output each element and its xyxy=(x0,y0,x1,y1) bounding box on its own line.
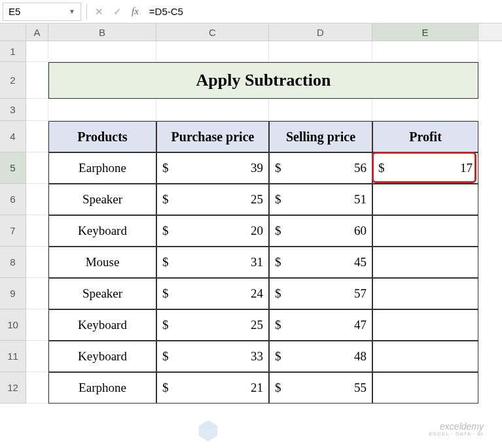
formula-input[interactable] xyxy=(144,3,502,21)
watermark-tag: EXCEL · DATA · BI xyxy=(429,432,484,438)
row-header-9[interactable]: 9 xyxy=(0,278,26,309)
table-row: Mouse$31$45 xyxy=(26,247,478,278)
cell[interactable] xyxy=(372,41,478,62)
profit-cell[interactable]: $17 xyxy=(372,152,478,184)
product-cell[interactable]: Earphone xyxy=(48,372,156,404)
selling-cell[interactable]: $56 xyxy=(269,152,372,184)
chevron-down-icon[interactable]: ▼ xyxy=(69,8,75,15)
amount: 51 xyxy=(354,192,367,207)
selling-cell[interactable]: $51 xyxy=(269,184,372,215)
amount: 33 xyxy=(251,349,263,364)
confirm-icon[interactable]: ✓ xyxy=(108,3,126,21)
profit-cell[interactable] xyxy=(372,215,478,247)
row-header-10[interactable]: 10 xyxy=(0,309,26,341)
selling-cell[interactable]: $45 xyxy=(269,247,372,278)
page-title[interactable]: Apply Subtraction xyxy=(48,62,478,99)
amount: 55 xyxy=(354,381,367,395)
cell[interactable] xyxy=(48,41,156,62)
col-header-A[interactable]: A xyxy=(26,24,48,41)
col-header-C[interactable]: C xyxy=(156,24,269,41)
selling-cell[interactable]: $57 xyxy=(269,278,372,309)
divider xyxy=(86,4,87,20)
row-header-4[interactable]: 4 xyxy=(0,121,26,152)
cell[interactable] xyxy=(26,62,48,99)
profit-cell[interactable] xyxy=(372,341,478,372)
row-header-11[interactable]: 11 xyxy=(0,341,26,372)
cell[interactable] xyxy=(26,215,48,247)
cell[interactable] xyxy=(156,99,269,121)
profit-cell[interactable] xyxy=(372,278,478,309)
table-header-selling[interactable]: Selling price xyxy=(269,121,372,152)
purchase-cell[interactable]: $21 xyxy=(156,372,269,404)
currency-symbol: $ xyxy=(275,381,281,395)
row-header-12[interactable]: 12 xyxy=(0,372,26,404)
selling-cell[interactable]: $47 xyxy=(269,309,372,341)
name-box[interactable]: E5 ▼ xyxy=(3,3,81,21)
amount: 57 xyxy=(354,286,367,301)
product-cell[interactable]: Speaker xyxy=(48,278,156,309)
product-cell[interactable]: Keyboard xyxy=(48,215,156,247)
cell[interactable] xyxy=(26,152,48,184)
profit-cell[interactable] xyxy=(372,372,478,404)
cell[interactable] xyxy=(372,99,478,121)
row-header-1[interactable]: 1 xyxy=(0,41,26,62)
cell[interactable] xyxy=(26,247,48,278)
cell[interactable] xyxy=(26,309,48,341)
cell[interactable] xyxy=(156,41,269,62)
selling-cell[interactable]: $55 xyxy=(269,372,372,404)
table-header-products[interactable]: Products xyxy=(48,121,156,152)
cell[interactable] xyxy=(26,341,48,372)
watermark: exceldemy EXCEL · DATA · BI xyxy=(429,422,484,438)
row-header-7[interactable]: 7 xyxy=(0,215,26,247)
cell[interactable] xyxy=(48,99,156,121)
select-all-corner[interactable] xyxy=(0,24,26,41)
cell[interactable] xyxy=(26,184,48,215)
purchase-cell[interactable]: $39 xyxy=(156,152,269,184)
row-header-3[interactable]: 3 xyxy=(0,99,26,121)
cell[interactable] xyxy=(26,278,48,309)
cell[interactable] xyxy=(26,99,48,121)
purchase-cell[interactable]: $24 xyxy=(156,278,269,309)
product-cell[interactable]: Speaker xyxy=(48,184,156,215)
profit-cell[interactable] xyxy=(372,309,478,341)
cancel-icon[interactable]: ✕ xyxy=(90,3,108,21)
col-header-B[interactable]: B xyxy=(48,24,156,41)
currency-symbol: $ xyxy=(275,161,281,175)
amount: 56 xyxy=(354,161,367,175)
row-header-5[interactable]: 5 xyxy=(0,152,26,184)
product-cell[interactable]: Mouse xyxy=(48,247,156,278)
col-header-E[interactable]: E xyxy=(372,24,478,41)
currency-symbol: $ xyxy=(162,161,169,175)
currency-symbol: $ xyxy=(162,318,169,332)
row-header-8[interactable]: 8 xyxy=(0,247,26,278)
amount: 31 xyxy=(251,255,263,269)
table-header-purchase[interactable]: Purchase price xyxy=(156,121,269,152)
table-header-profit[interactable]: Profit xyxy=(372,121,478,152)
fx-icon[interactable]: fx xyxy=(126,6,144,17)
table-row: Keyboard$25$47 xyxy=(26,309,478,341)
profit-cell[interactable] xyxy=(372,184,478,215)
row-header-2[interactable]: 2 xyxy=(0,62,26,99)
cell[interactable] xyxy=(26,372,48,404)
purchase-cell[interactable]: $31 xyxy=(156,247,269,278)
product-cell[interactable]: Earphone xyxy=(48,152,156,184)
profit-cell[interactable] xyxy=(372,247,478,278)
amount: 25 xyxy=(251,192,263,207)
purchase-cell[interactable]: $20 xyxy=(156,215,269,247)
cell[interactable] xyxy=(269,41,372,62)
cell[interactable] xyxy=(269,99,372,121)
table-row: Speaker$24$57 xyxy=(26,278,478,309)
purchase-cell[interactable]: $25 xyxy=(156,309,269,341)
selling-cell[interactable]: $60 xyxy=(269,215,372,247)
amount: 24 xyxy=(251,286,263,301)
row-header-6[interactable]: 6 xyxy=(0,184,26,215)
product-cell[interactable]: Keyboard xyxy=(48,341,156,372)
col-header-D[interactable]: D xyxy=(269,24,372,41)
purchase-cell[interactable]: $33 xyxy=(156,341,269,372)
selling-cell[interactable]: $48 xyxy=(269,341,372,372)
purchase-cell[interactable]: $25 xyxy=(156,184,269,215)
cell[interactable] xyxy=(26,121,48,152)
grid-area: 1 2 3 4 5 6 7 8 9 10 11 12 Apply Subtrac… xyxy=(0,41,502,404)
cell[interactable] xyxy=(26,41,48,62)
product-cell[interactable]: Keyboard xyxy=(48,309,156,341)
